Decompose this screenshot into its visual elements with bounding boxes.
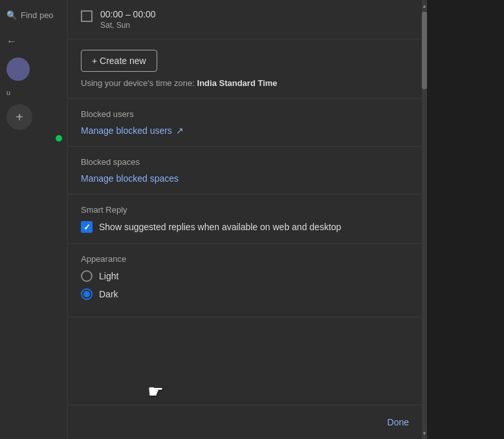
manage-blocked-spaces-link[interactable]: Manage blocked spaces bbox=[81, 173, 414, 184]
create-new-button[interactable]: + Create new bbox=[81, 50, 157, 72]
blocked-users-title: Blocked users bbox=[81, 109, 414, 119]
online-indicator bbox=[56, 135, 62, 142]
sidebar: 🔍 Find peo ← u + bbox=[0, 0, 68, 439]
scrollbar-arrow-up[interactable]: ▲ bbox=[422, 0, 427, 12]
smart-reply-section: Smart Reply ✓ Show suggested replies whe… bbox=[68, 195, 427, 244]
time-checkbox[interactable] bbox=[81, 10, 93, 22]
time-info: 00:00 – 00:00 Sat, Sun bbox=[100, 9, 414, 30]
scrollbar-thumb[interactable] bbox=[422, 12, 427, 89]
time-days: Sat, Sun bbox=[100, 21, 414, 30]
smart-reply-checkbox[interactable]: ✓ bbox=[81, 221, 93, 233]
blocked-spaces-section: Blocked spaces Manage blocked spaces bbox=[68, 147, 427, 195]
search-icon: 🔍 bbox=[6, 10, 17, 20]
dark-theme-option[interactable]: Dark bbox=[81, 288, 414, 300]
compose-icon: + bbox=[16, 110, 23, 125]
search-text: Find peo bbox=[21, 10, 54, 20]
settings-modal: 00:00 – 00:00 Sat, Sun + Create new Usin… bbox=[68, 0, 427, 439]
light-radio[interactable] bbox=[81, 270, 93, 282]
checkmark-icon: ✓ bbox=[83, 222, 91, 232]
compose-button[interactable]: + bbox=[6, 104, 32, 130]
scrollbar[interactable]: ▲ ▼ bbox=[422, 0, 427, 439]
external-link-icon: ↗ bbox=[176, 125, 184, 136]
back-button[interactable]: ← bbox=[0, 30, 67, 52]
dark-radio[interactable] bbox=[81, 288, 93, 300]
smart-reply-title: Smart Reply bbox=[81, 205, 414, 215]
blocked-spaces-title: Blocked spaces bbox=[81, 157, 414, 167]
manage-blocked-spaces-text: Manage blocked spaces bbox=[81, 173, 179, 184]
back-icon: ← bbox=[6, 36, 17, 47]
manage-blocked-users-text: Manage blocked users bbox=[81, 125, 172, 136]
done-button[interactable]: Done bbox=[382, 413, 414, 431]
timezone-note: Using your device's time zone: India Sta… bbox=[81, 72, 414, 88]
manage-blocked-users-link[interactable]: Manage blocked users ↗ bbox=[81, 125, 414, 136]
radio-selected-indicator bbox=[83, 291, 90, 297]
time-range-section: 00:00 – 00:00 Sat, Sun bbox=[68, 0, 427, 39]
appearance-section: Appearance Light Dark bbox=[68, 244, 427, 317]
smart-reply-label: Show suggested replies when available on… bbox=[99, 222, 341, 232]
blocked-users-section: Blocked users Manage blocked users ↗ bbox=[68, 99, 427, 147]
smart-reply-checkbox-row[interactable]: ✓ Show suggested replies when available … bbox=[81, 221, 414, 233]
light-theme-option[interactable]: Light bbox=[81, 270, 414, 282]
user-label: u bbox=[0, 86, 67, 99]
light-label: Light bbox=[99, 271, 118, 281]
search-area[interactable]: 🔍 Find peo bbox=[0, 0, 67, 30]
timezone-label: Using your device's time zone: bbox=[81, 78, 195, 88]
create-section: + Create new Using your device's time zo… bbox=[68, 39, 427, 99]
timezone-value: India Standard Time bbox=[197, 78, 278, 88]
avatar bbox=[6, 58, 30, 81]
modal-content: 00:00 – 00:00 Sat, Sun + Create new Usin… bbox=[68, 0, 427, 405]
time-display: 00:00 – 00:00 bbox=[100, 9, 414, 19]
dark-label: Dark bbox=[99, 289, 118, 299]
appearance-title: Appearance bbox=[81, 254, 414, 264]
scrollbar-arrow-down[interactable]: ▼ bbox=[422, 427, 427, 439]
modal-footer: Done bbox=[68, 405, 427, 439]
